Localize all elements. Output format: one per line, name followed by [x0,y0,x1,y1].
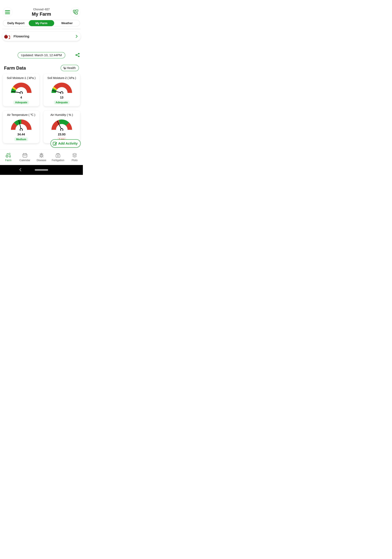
svg-point-25 [9,156,11,157]
card-title: Air Temperature ( ℃ ) [7,113,35,117]
phone-chat-icon [72,9,78,15]
card-title: Air Humidity ( % ) [50,113,73,117]
gauge [51,82,73,94]
share-button[interactable] [75,53,80,58]
page-title: My Farm [12,11,71,17]
svg-point-8 [8,37,9,37]
svg-point-9 [9,37,9,38]
nav-disease[interactable]: Disease [33,149,50,165]
svg-point-10 [8,38,9,38]
nav-farm[interactable]: Farm [0,149,17,165]
tractor-icon [6,153,11,158]
updated-chip[interactable]: Updated: March 10, 12:44PM [18,52,65,58]
header-title-block: Chovad~827 My Farm [12,8,71,17]
fab-label: Add Activity [58,141,78,145]
svg-point-4 [76,10,76,11]
svg-point-5 [77,10,77,11]
hamburger-icon [5,10,10,14]
nav-label: Farm [5,159,11,162]
card-air-humidity[interactable]: Air Humidity ( % ) 23.93 Low [44,111,80,143]
card-soil-moisture-2[interactable]: Soil Moisture-2 ( kPa ) 13 Adequate [44,74,80,106]
card-value: 13 [60,96,63,99]
system-home-pill[interactable] [35,169,48,171]
card-title: Soil Moisture-2 ( kPa ) [47,76,76,80]
stethoscope-icon [63,66,66,69]
gauge [51,118,73,131]
android-system-bar [0,165,83,175]
divider [2,29,80,29]
gauge [10,82,32,94]
svg-point-7 [4,35,8,38]
health-button[interactable]: Health [61,65,79,71]
health-label: Health [67,66,76,70]
nav-plots[interactable]: Plots [66,149,83,165]
edit-square-icon [53,141,57,146]
nav-label: Fertigation [52,159,64,162]
tab-daily-report[interactable]: Daily Report [3,20,29,26]
tab-weather[interactable]: Weather [54,20,80,26]
bug-icon [39,153,44,158]
farm-data-heading: Farm Data [4,65,26,71]
menu-button[interactable] [3,8,12,17]
svg-point-20 [20,129,22,131]
svg-rect-27 [24,153,24,154]
stage-label: Flowering [14,34,76,38]
share-icon [75,53,80,57]
pomegranate-icon [4,33,10,39]
nav-calendar[interactable]: Calendar [17,149,33,165]
add-activity-button[interactable]: Add Activity [51,139,81,148]
layers-icon [72,153,77,158]
call-support-button[interactable] [71,8,80,17]
card-value: 4 [20,96,22,99]
svg-rect-28 [26,153,26,154]
svg-point-14 [65,68,66,69]
svg-point-30 [25,156,25,156]
card-air-temperature[interactable]: Air Temperature ( ℃ ) 34.44 Medium [3,111,39,143]
nav-label: Disease [37,159,46,162]
card-title: Soil Moisture-1 ( kPa ) [7,76,36,80]
svg-point-33 [41,153,42,154]
svg-point-16 [20,92,22,94]
svg-point-29 [24,156,24,156]
nav-fertigation[interactable]: Fertigation [50,149,66,165]
svg-point-24 [7,156,7,157]
chevron-right-icon [76,35,78,38]
gauge [10,118,32,131]
card-status: Medium [14,137,28,141]
top-tabs: Daily Report My Farm Weather [3,20,80,26]
svg-rect-0 [5,10,10,11]
card-value: 23.93 [58,133,66,136]
tab-my-farm[interactable]: My Farm [29,20,54,26]
crop-stage-row[interactable]: Flowering [2,32,81,41]
card-value: 34.44 [18,133,25,136]
nav-label: Calendar [19,159,30,162]
system-back-button[interactable] [19,168,21,172]
chevron-left-icon [19,168,21,171]
svg-point-6 [77,10,78,11]
farm-code: Chovad~827 [12,8,71,11]
svg-point-18 [61,92,63,94]
fertilizer-bag-icon [55,153,60,158]
card-status: Adequate [13,100,29,104]
calendar-icon [22,153,27,158]
svg-point-31 [26,156,26,156]
nav-label: Plots [71,159,78,162]
svg-rect-1 [5,12,10,12]
bottom-nav: Farm Calendar Disease Fertigation Plots [0,149,83,165]
svg-point-22 [61,129,63,131]
card-status: Adequate [54,100,70,104]
svg-rect-2 [5,13,10,14]
card-soil-moisture-1[interactable]: Soil Moisture-1 ( kPa ) 4 Adequate [3,74,39,106]
